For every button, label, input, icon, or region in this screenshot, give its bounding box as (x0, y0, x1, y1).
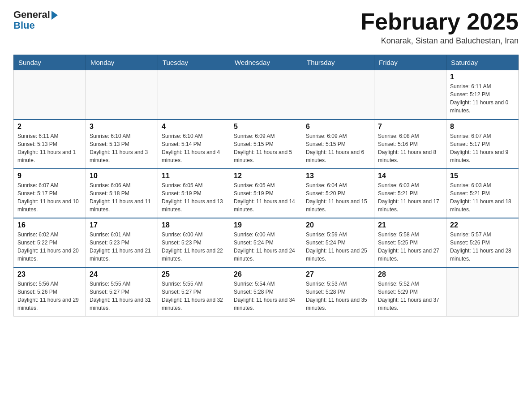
calendar-day-cell: 16Sunrise: 6:02 AMSunset: 5:22 PMDayligh… (14, 218, 86, 267)
calendar-table: SundayMondayTuesdayWednesdayThursdayFrid… (13, 55, 519, 317)
day-info: Sunrise: 5:59 AMSunset: 5:24 PMDaylight:… (306, 231, 370, 263)
day-number: 2 (17, 123, 82, 131)
day-number: 17 (90, 221, 154, 229)
calendar-day-cell: 15Sunrise: 6:03 AMSunset: 5:21 PMDayligh… (446, 169, 519, 218)
day-number: 5 (234, 123, 298, 131)
calendar-day-cell: 2Sunrise: 6:11 AMSunset: 5:13 PMDaylight… (14, 120, 86, 169)
day-info: Sunrise: 5:53 AMSunset: 5:28 PMDaylight:… (306, 280, 370, 312)
day-of-week-header: Wednesday (230, 55, 302, 70)
day-number: 12 (234, 172, 298, 180)
day-info: Sunrise: 6:11 AMSunset: 5:13 PMDaylight:… (17, 132, 82, 164)
calendar-day-cell: 14Sunrise: 6:03 AMSunset: 5:21 PMDayligh… (374, 169, 446, 218)
month-title: February 2025 (360, 9, 519, 34)
day-number: 25 (162, 270, 226, 278)
calendar-day-cell: 21Sunrise: 5:58 AMSunset: 5:25 PMDayligh… (374, 218, 446, 267)
day-number: 9 (17, 172, 82, 180)
calendar-day-cell: 20Sunrise: 5:59 AMSunset: 5:24 PMDayligh… (302, 218, 374, 267)
day-info: Sunrise: 6:03 AMSunset: 5:21 PMDaylight:… (450, 181, 515, 214)
calendar-day-cell: 10Sunrise: 6:06 AMSunset: 5:18 PMDayligh… (86, 169, 158, 218)
day-of-week-header: Saturday (446, 55, 519, 70)
calendar-day-cell: 7Sunrise: 6:08 AMSunset: 5:16 PMDaylight… (374, 120, 446, 169)
calendar-day-cell (14, 70, 86, 120)
day-info: Sunrise: 6:02 AMSunset: 5:22 PMDaylight:… (17, 231, 82, 263)
day-info: Sunrise: 6:05 AMSunset: 5:19 PMDaylight:… (162, 181, 226, 214)
page-header: General Blue February 2025 Konarak, Sist… (13, 9, 519, 46)
day-number: 6 (306, 123, 370, 131)
day-info: Sunrise: 6:11 AMSunset: 5:12 PMDaylight:… (450, 82, 515, 115)
day-number: 14 (378, 172, 442, 180)
logo-general-text: General (13, 9, 50, 21)
day-info: Sunrise: 6:00 AMSunset: 5:24 PMDaylight:… (234, 231, 298, 263)
logo-blue-text: Blue (13, 20, 35, 31)
day-number: 28 (378, 270, 442, 278)
day-number: 8 (450, 123, 515, 131)
day-info: Sunrise: 5:52 AMSunset: 5:29 PMDaylight:… (378, 280, 442, 312)
title-block: February 2025 Konarak, Sistan and Baluch… (360, 9, 519, 46)
day-info: Sunrise: 6:01 AMSunset: 5:23 PMDaylight:… (90, 231, 154, 263)
day-number: 18 (162, 221, 226, 229)
calendar-body: 1Sunrise: 6:11 AMSunset: 5:12 PMDaylight… (14, 70, 519, 317)
day-number: 21 (378, 221, 442, 229)
calendar-day-cell: 12Sunrise: 6:05 AMSunset: 5:19 PMDayligh… (230, 169, 302, 218)
day-number: 19 (234, 221, 298, 229)
calendar-day-cell: 3Sunrise: 6:10 AMSunset: 5:13 PMDaylight… (86, 120, 158, 169)
calendar-day-cell (86, 70, 158, 120)
day-number: 16 (17, 221, 82, 229)
calendar-day-cell: 4Sunrise: 6:10 AMSunset: 5:14 PMDaylight… (158, 120, 230, 169)
day-info: Sunrise: 5:55 AMSunset: 5:27 PMDaylight:… (90, 280, 154, 312)
day-info: Sunrise: 6:03 AMSunset: 5:21 PMDaylight:… (378, 181, 442, 214)
calendar-day-cell: 27Sunrise: 5:53 AMSunset: 5:28 PMDayligh… (302, 267, 374, 317)
calendar-week-row: 9Sunrise: 6:07 AMSunset: 5:17 PMDaylight… (14, 169, 519, 218)
calendar-week-row: 2Sunrise: 6:11 AMSunset: 5:13 PMDaylight… (14, 120, 519, 169)
day-number: 20 (306, 221, 370, 229)
day-info: Sunrise: 6:05 AMSunset: 5:19 PMDaylight:… (234, 181, 298, 214)
day-number: 22 (450, 221, 515, 229)
day-info: Sunrise: 6:07 AMSunset: 5:17 PMDaylight:… (450, 132, 515, 164)
day-number: 26 (234, 270, 298, 278)
day-number: 23 (17, 270, 82, 278)
day-of-week-header: Monday (86, 55, 158, 70)
calendar-day-cell: 13Sunrise: 6:04 AMSunset: 5:20 PMDayligh… (302, 169, 374, 218)
calendar-day-cell: 18Sunrise: 6:00 AMSunset: 5:23 PMDayligh… (158, 218, 230, 267)
calendar-day-cell: 23Sunrise: 5:56 AMSunset: 5:26 PMDayligh… (14, 267, 86, 317)
day-number: 1 (450, 73, 515, 81)
day-number: 13 (306, 172, 370, 180)
logo: General Blue (13, 9, 58, 31)
calendar-day-cell (158, 70, 230, 120)
calendar-day-cell: 11Sunrise: 6:05 AMSunset: 5:19 PMDayligh… (158, 169, 230, 218)
calendar-day-cell (302, 70, 374, 120)
calendar-day-cell: 19Sunrise: 6:00 AMSunset: 5:24 PMDayligh… (230, 218, 302, 267)
day-of-week-header: Friday (374, 55, 446, 70)
day-number: 3 (90, 123, 154, 131)
location-title: Konarak, Sistan and Baluchestan, Iran (360, 36, 519, 46)
day-info: Sunrise: 5:58 AMSunset: 5:25 PMDaylight:… (378, 231, 442, 263)
day-info: Sunrise: 5:57 AMSunset: 5:26 PMDaylight:… (450, 231, 515, 263)
day-info: Sunrise: 5:54 AMSunset: 5:28 PMDaylight:… (234, 280, 298, 312)
calendar-day-cell: 9Sunrise: 6:07 AMSunset: 5:17 PMDaylight… (14, 169, 86, 218)
calendar-week-row: 16Sunrise: 6:02 AMSunset: 5:22 PMDayligh… (14, 218, 519, 267)
day-info: Sunrise: 6:00 AMSunset: 5:23 PMDaylight:… (162, 231, 226, 263)
calendar-day-cell: 17Sunrise: 6:01 AMSunset: 5:23 PMDayligh… (86, 218, 158, 267)
day-number: 27 (306, 270, 370, 278)
calendar-day-cell: 8Sunrise: 6:07 AMSunset: 5:17 PMDaylight… (446, 120, 519, 169)
calendar-week-row: 23Sunrise: 5:56 AMSunset: 5:26 PMDayligh… (14, 267, 519, 317)
day-of-week-header: Thursday (302, 55, 374, 70)
day-number: 7 (378, 123, 442, 131)
calendar-day-cell: 28Sunrise: 5:52 AMSunset: 5:29 PMDayligh… (374, 267, 446, 317)
calendar-day-cell: 25Sunrise: 5:55 AMSunset: 5:27 PMDayligh… (158, 267, 230, 317)
calendar-day-cell: 6Sunrise: 6:09 AMSunset: 5:15 PMDaylight… (302, 120, 374, 169)
calendar-day-cell: 26Sunrise: 5:54 AMSunset: 5:28 PMDayligh… (230, 267, 302, 317)
day-info: Sunrise: 5:55 AMSunset: 5:27 PMDaylight:… (162, 280, 226, 312)
day-of-week-header: Tuesday (158, 55, 230, 70)
day-number: 11 (162, 172, 226, 180)
day-info: Sunrise: 6:10 AMSunset: 5:13 PMDaylight:… (90, 132, 154, 164)
calendar-header: SundayMondayTuesdayWednesdayThursdayFrid… (14, 55, 519, 70)
calendar-day-cell: 22Sunrise: 5:57 AMSunset: 5:26 PMDayligh… (446, 218, 519, 267)
calendar-day-cell: 24Sunrise: 5:55 AMSunset: 5:27 PMDayligh… (86, 267, 158, 317)
day-info: Sunrise: 6:10 AMSunset: 5:14 PMDaylight:… (162, 132, 226, 164)
day-number: 10 (90, 172, 154, 180)
calendar-day-cell (230, 70, 302, 120)
calendar-day-cell (374, 70, 446, 120)
day-header-row: SundayMondayTuesdayWednesdayThursdayFrid… (14, 55, 519, 70)
day-number: 4 (162, 123, 226, 131)
